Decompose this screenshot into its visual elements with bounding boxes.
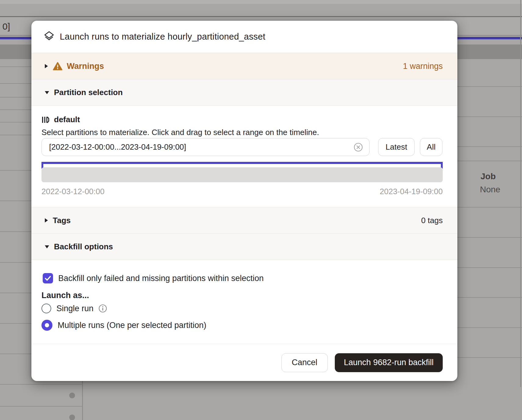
- bg-row-line: [457, 116, 522, 117]
- bg-row-line: [0, 384, 82, 385]
- partition-dimension-icon: [41, 116, 49, 124]
- bg-row-line: [0, 97, 31, 98]
- bg-status-dot: [69, 415, 75, 420]
- info-icon[interactable]: [98, 304, 107, 313]
- tags-section-toggle[interactable]: Tags 0 tags: [31, 207, 457, 234]
- partition-range-input[interactable]: [2022-03-12-00:00...2023-04-19-09:00]: [41, 138, 370, 156]
- caret-down-icon: [45, 91, 49, 94]
- partition-range-value: [2022-03-12-00:00...2023-04-19-09:00]: [49, 142, 353, 152]
- partition-selection-section-toggle[interactable]: Partition selection: [31, 79, 457, 106]
- bg-row-line: [0, 406, 82, 407]
- bg-row-line: [0, 122, 31, 123]
- bg-row-line: [0, 231, 31, 232]
- bg-row-line: [457, 237, 522, 238]
- backfill-options-section-label: Backfill options: [54, 242, 113, 251]
- partition-timeline-bar[interactable]: [41, 167, 443, 182]
- bg-row-line: [457, 146, 522, 147]
- bg-row-line: [457, 207, 522, 208]
- bg-panel-divider: [82, 381, 83, 420]
- bg-row-line: [0, 323, 31, 324]
- launch-as-label: Launch as...: [41, 291, 89, 300]
- dialog-footer: Cancel Launch 9682-run backfill: [31, 344, 457, 381]
- bg-row-line: [0, 83, 31, 84]
- dialog-header: Launch runs to materialize hourly_partit…: [31, 21, 457, 53]
- partition-selection-content: default Select partitions to materialize…: [31, 106, 457, 207]
- radio-single-run[interactable]: Single run: [41, 304, 107, 313]
- warnings-section-label: Warnings: [67, 62, 104, 71]
- caret-right-icon: [45, 64, 48, 68]
- bg-row-line: [0, 354, 31, 354]
- partition-dimension-row: default: [41, 115, 80, 124]
- backfill-options-section-toggle[interactable]: Backfill options: [31, 234, 457, 260]
- partition-selection-section-label: Partition selection: [54, 88, 123, 97]
- tags-section-label: Tags: [53, 216, 71, 225]
- bg-row-line: [0, 262, 31, 263]
- bg-row-line: [0, 66, 31, 67]
- bg-status-dot: [69, 393, 75, 398]
- bg-row-line: [457, 357, 522, 358]
- partition-helper-text: Select partitions to materialize. Click …: [41, 128, 319, 137]
- bg-truncated-range-input: 0]: [2, 21, 10, 32]
- bg-row-line: [0, 135, 31, 135]
- radio-unselected-icon[interactable]: [41, 304, 51, 313]
- bg-row-line: [457, 161, 522, 161]
- bg-row-line: [457, 86, 522, 87]
- warnings-section-toggle[interactable]: Warnings 1 warnings: [31, 53, 457, 79]
- launch-backfill-button[interactable]: Launch 9682-run backfill: [335, 353, 443, 372]
- radio-selected-icon[interactable]: [41, 320, 52, 331]
- launch-backfill-dialog: Launch runs to materialize hourly_partit…: [31, 21, 457, 381]
- latest-button[interactable]: Latest: [378, 138, 415, 156]
- bg-row-line: [0, 170, 31, 171]
- bg-top-band: [0, 0, 522, 4]
- asset-layers-icon: [43, 30, 55, 43]
- tags-count: 0 tags: [421, 216, 443, 225]
- dialog-title: Launch runs to materialize hourly_partit…: [60, 32, 265, 42]
- bg-row-line: [457, 297, 522, 298]
- radio-multiple-runs[interactable]: Multiple runs (One per selected partitio…: [41, 320, 206, 331]
- timeline-start-label: 2022-03-12-00:00: [41, 187, 105, 196]
- backfill-checkbox-label: Backfill only failed and missing partiti…: [58, 274, 264, 283]
- checkbox-backfill-failed-missing[interactable]: [43, 273, 53, 283]
- bg-row-line: [0, 201, 31, 201]
- all-button[interactable]: All: [420, 138, 442, 156]
- backfill-options-content: Backfill only failed and missing partiti…: [31, 260, 457, 344]
- multiple-runs-label: Multiple runs (One per selected partitio…: [58, 321, 206, 330]
- bg-column-divider: [520, 0, 521, 387]
- caret-down-icon: [45, 245, 49, 248]
- bg-row-line: [0, 109, 31, 110]
- bg-divider: [0, 16, 522, 17]
- partition-dimension-name: default: [54, 115, 80, 124]
- backfill-failed-missing-checkbox-row[interactable]: Backfill only failed and missing partiti…: [43, 273, 264, 283]
- checkmark-icon: [44, 274, 52, 282]
- bg-job-column-value: None: [480, 185, 500, 194]
- warnings-count: 1 warnings: [403, 62, 443, 71]
- timeline-selection-bracket: [41, 162, 443, 164]
- warning-icon: [53, 62, 63, 70]
- caret-right-icon: [45, 218, 48, 222]
- clear-input-icon[interactable]: [353, 142, 363, 152]
- single-run-label: Single run: [56, 304, 94, 313]
- bg-row-line: [0, 293, 31, 293]
- cancel-button[interactable]: Cancel: [281, 353, 328, 372]
- bg-job-column-header: Job: [481, 172, 496, 181]
- bg-row-line: [457, 267, 522, 268]
- timeline-end-label: 2023-04-19-09:00: [380, 187, 443, 196]
- bg-row-line: [457, 327, 522, 328]
